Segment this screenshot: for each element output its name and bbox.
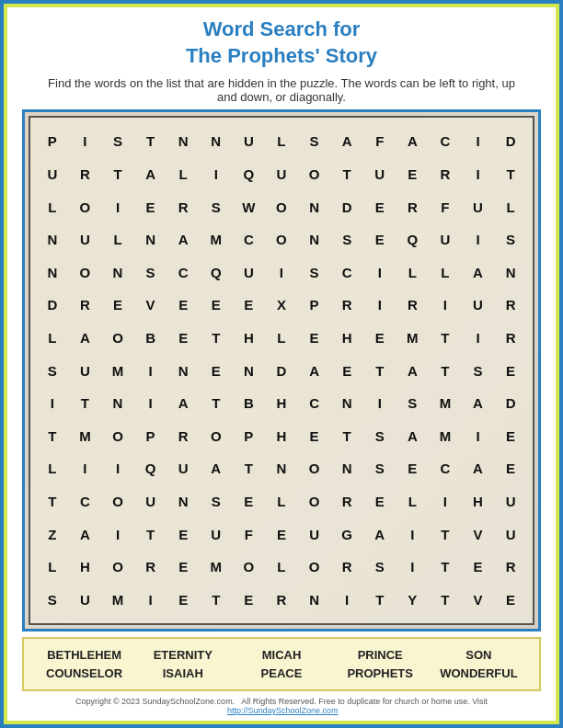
grid-row: DREVEEEXPRIRIUR (36, 289, 527, 322)
grid-cell: E (138, 200, 164, 214)
grid-cell: I (105, 461, 131, 475)
grid-cell: U (72, 593, 98, 607)
grid-cell: M (72, 429, 98, 443)
grid-cell: F (236, 528, 261, 541)
grid-cell: Z (40, 528, 65, 541)
grid-cell: R (498, 298, 523, 312)
grid-cell: M (432, 429, 458, 443)
grid-cell: C (302, 396, 327, 410)
grid-cell: T (498, 167, 523, 181)
grid-cell: R (269, 593, 294, 607)
word-item: MICAH (234, 646, 328, 665)
grid-cell: U (72, 233, 98, 246)
grid-cell: U (72, 364, 98, 378)
grid-cell: H (269, 429, 294, 443)
grid-cell: T (367, 593, 393, 607)
grid-row: SUMIETERNITYTVE (36, 583, 527, 616)
grid-cell: L (399, 266, 425, 279)
grid-cell: R (399, 200, 425, 214)
grid-cell: D (498, 134, 523, 148)
grid-cell: F (367, 134, 393, 148)
grid-cell: U (302, 528, 327, 541)
grid-cell: U (465, 298, 491, 312)
grid-cell: V (138, 298, 164, 312)
word-item: PROPHETS (333, 665, 428, 683)
grid-cell: U (170, 461, 196, 475)
grid-cell: T (432, 331, 458, 345)
grid-cell: O (302, 167, 327, 181)
grid-cell: T (334, 429, 360, 443)
grid-cell: T (432, 593, 458, 607)
grid-cell: L (269, 134, 294, 148)
grid-cell: S (498, 233, 523, 246)
word-column: ETERNITYISAIAH (135, 646, 230, 682)
grid-cell: H (465, 495, 491, 508)
grid-row: LAOBETHLEHEMTIR (36, 322, 527, 355)
grid-cell: A (72, 331, 98, 345)
grid-cell: S (399, 396, 425, 410)
grid-cell: M (203, 560, 229, 574)
grid-cell: A (334, 134, 360, 148)
grid-cell: O (72, 200, 98, 214)
footer-link[interactable]: http://SundaySchoolZone.com (227, 706, 339, 715)
grid-cell: E (498, 593, 523, 607)
grid-cell: I (367, 266, 393, 279)
grid-cell: I (465, 331, 491, 345)
grid-row: TMOPROPHETSAMIE (36, 419, 527, 452)
grid-cell: E (465, 560, 491, 574)
grid-cell: A (203, 461, 229, 475)
grid-cell: O (72, 266, 98, 279)
grid-cell: E (236, 298, 261, 312)
grid-cell: R (334, 560, 360, 574)
grid-cell: N (40, 233, 65, 246)
grid-cell: T (203, 396, 229, 410)
word-item: PRINCE (333, 646, 428, 665)
grid-cell: U (203, 528, 229, 541)
grid-cell: V (465, 528, 491, 541)
grid-cell: A (465, 266, 491, 279)
grid-cell: E (170, 331, 196, 345)
grid-cell: E (170, 298, 196, 312)
grid-cell: U (367, 167, 393, 181)
grid-cell: R (138, 560, 164, 574)
grid-cell: N (302, 593, 327, 607)
grid-cell: U (236, 266, 261, 279)
grid-cell: P (302, 298, 327, 312)
word-list-grid: BETHLEHEMCOUNSELORETERNITYISAIAHMICAHPEA… (37, 646, 526, 682)
grid-cell: U (498, 495, 523, 508)
grid-cell: S (465, 364, 491, 378)
grid-cell: E (498, 429, 523, 443)
grid-row: LHOREMOLORSITER (36, 551, 527, 584)
word-item: PEACE (234, 665, 328, 683)
grid-cell: B (236, 396, 261, 410)
grid-cell: N (302, 200, 327, 214)
grid-cell: M (432, 396, 458, 410)
grid-cell: S (302, 134, 327, 148)
grid-cell: E (236, 593, 261, 607)
grid-row: URTALIQUOTUERIT (36, 158, 527, 191)
grid-cell: P (138, 429, 164, 443)
grid-cell: E (498, 364, 523, 378)
grid-cell: H (72, 560, 98, 574)
grid-cell: A (399, 429, 425, 443)
grid-cell: O (302, 560, 327, 574)
grid-cell: Q (203, 266, 229, 279)
grid-cell: E (105, 298, 131, 312)
grid-cell: I (138, 593, 164, 607)
grid-cell: E (269, 528, 294, 541)
grid-cell: P (236, 429, 261, 443)
grid-cell: S (367, 560, 393, 574)
grid-cell: N (170, 134, 196, 148)
grid-cell: I (367, 298, 393, 312)
word-item: BETHLEHEM (37, 646, 132, 665)
grid-cell: T (40, 495, 65, 508)
grid-cell: A (302, 364, 327, 378)
grid-cell: E (367, 233, 393, 246)
grid-cell: R (334, 298, 360, 312)
grid-cell: I (105, 528, 131, 541)
grid-cell: U (432, 233, 458, 246)
grid-cell: H (236, 331, 261, 345)
grid-cell: S (40, 593, 65, 607)
grid-cell: I (399, 560, 425, 574)
grid-cell: C (72, 495, 98, 508)
